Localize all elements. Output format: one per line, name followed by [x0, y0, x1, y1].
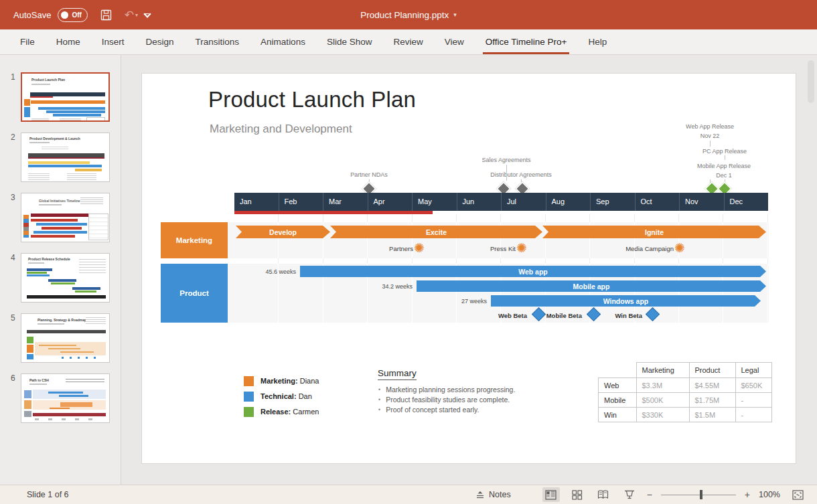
burst-icon-media-campaign[interactable]: ✺ — [674, 242, 685, 254]
table-row-label: Web — [599, 378, 637, 393]
save-icon — [100, 9, 113, 21]
notes-label: Notes — [489, 490, 511, 499]
customize-quick-access-button[interactable] — [145, 13, 150, 17]
tab-review[interactable]: Review — [382, 29, 433, 54]
tab-office-timeline-pro[interactable]: Office Timeline Pro+ — [475, 29, 578, 54]
task-bar-mobile-app[interactable]: Mobile app — [417, 280, 766, 292]
summary-heading[interactable]: Summary — [378, 368, 417, 380]
month-cell: Oct — [635, 193, 680, 211]
autosave-state: Off — [72, 11, 81, 19]
reading-view-button[interactable] — [595, 487, 612, 502]
slide-thumbnail-4[interactable]: Product Release Schedule — [21, 253, 110, 303]
slide-thumbnail-panel: 1 Product Launch Plan 2 Product Developm… — [0, 55, 121, 485]
tab-animations[interactable]: Animations — [250, 29, 316, 54]
burst-icon-partners[interactable]: ✺ — [414, 242, 425, 254]
milestone-connector — [506, 165, 507, 181]
legend-name: Carmen — [293, 408, 319, 416]
table-header-product: Product — [689, 363, 735, 378]
slide-canvas[interactable]: Product Launch Plan Marketing and Develo… — [142, 74, 796, 463]
table-cell: $650K — [735, 378, 771, 393]
month-cell: Sep — [590, 193, 635, 211]
duration-web-app: 45.6 weeks — [249, 268, 296, 275]
zoom-out-button[interactable]: − — [647, 489, 652, 500]
legend-name: Dan — [299, 392, 312, 400]
thumbnail-number: 6 — [11, 373, 15, 383]
thumbnail-number: 2 — [11, 133, 15, 142]
notes-button[interactable]: Notes — [475, 490, 511, 499]
milestone-label-web-beta: Web Beta — [480, 312, 527, 319]
bullet-icon: • — [378, 406, 380, 414]
phase-arrow-ignite[interactable]: Ignite — [542, 226, 766, 238]
slide-thumbnail-6[interactable]: Path to CSH — [21, 373, 110, 423]
slide-thumbnail-5[interactable]: Planning, Strategy & Roadmap — [21, 313, 110, 363]
legend-swatch-marketing — [244, 376, 254, 386]
tab-home[interactable]: Home — [46, 29, 91, 54]
reading-view-icon — [597, 490, 609, 499]
slide-show-button[interactable] — [621, 487, 638, 502]
milestone-label-press-kit: Press Kit — [443, 245, 516, 252]
milestone-label-partner-ndas: Partner NDAs — [350, 171, 388, 178]
thumbnail-title: Product Development & Launch — [29, 137, 80, 141]
document-title-menu[interactable]: Product Planning.pptx ▾ — [360, 0, 457, 29]
table-row: Win $330K $1.5M - — [599, 408, 772, 422]
milestone-connector — [710, 141, 711, 147]
table-row: Web $3.3M $4.55M $650K — [599, 378, 772, 393]
table-corner-cell — [599, 363, 637, 378]
quick-access-toolbar: AutoSave Off ↶ ▾ — [13, 0, 150, 29]
product-lane-label[interactable]: Product — [161, 264, 228, 323]
slide-thumbnail-1[interactable]: Product Launch Plan — [21, 72, 110, 122]
slide-thumbnail-3[interactable]: Global Initiatives Timeline — [21, 193, 110, 242]
vertical-scrollbar[interactable] — [808, 60, 814, 103]
tab-file[interactable]: File — [9, 29, 46, 54]
legend-role: Technical: — [261, 392, 297, 400]
table-row-label: Mobile — [599, 393, 637, 408]
task-bar-windows-app[interactable]: Windows app — [491, 295, 761, 307]
slide-sorter-view-button[interactable] — [569, 487, 586, 502]
title-dropdown-icon: ▾ — [453, 11, 457, 18]
normal-view-icon — [545, 490, 556, 500]
powerpoint-window: AutoSave Off ↶ ▾ Product P — [0, 0, 817, 504]
save-button[interactable] — [100, 9, 113, 21]
slide-show-icon — [624, 490, 635, 499]
milestone-connector — [725, 155, 725, 160]
phase-arrow-excite[interactable]: Excite — [330, 226, 542, 238]
zoom-level[interactable]: 100% — [759, 490, 780, 499]
legend-item-technical: Technical: Dan — [261, 392, 312, 400]
slide-thumbnail-2[interactable]: Product Development & Launch — [21, 133, 110, 182]
milestone-label-partners: Partners — [343, 245, 413, 252]
tab-slide-show[interactable]: Slide Show — [316, 29, 383, 54]
task-bar-web-app[interactable]: Web app — [300, 266, 766, 277]
tab-view[interactable]: View — [434, 29, 475, 54]
title-bar: AutoSave Off ↶ ▾ Product P — [0, 0, 817, 29]
zoom-slider[interactable] — [661, 495, 736, 495]
thumbnail-title: Path to CSH — [29, 378, 49, 382]
phase-arrow-develop[interactable]: Develop — [236, 226, 330, 238]
zoom-slider-handle[interactable] — [700, 490, 702, 499]
budget-table[interactable]: Marketing Product Legal Web $3.3M $4.55M… — [598, 362, 772, 422]
burst-icon-press-kit[interactable]: ✺ — [516, 242, 527, 254]
undo-button[interactable]: ↶ ▾ — [125, 8, 138, 22]
timeline-month-band[interactable]: Jan Feb Mar Apr May Jun Jul Aug Sep Oct … — [234, 193, 768, 211]
notes-icon — [475, 491, 485, 499]
table-header-marketing: Marketing — [636, 363, 689, 378]
slide-title[interactable]: Product Launch Plan — [208, 87, 416, 112]
status-bar-right: Notes — [475, 485, 806, 504]
thumbnail-title: Global Initiatives Timeline — [39, 199, 80, 203]
tab-design[interactable]: Design — [135, 29, 185, 54]
slide-subtitle[interactable]: Marketing and Development — [210, 122, 352, 136]
normal-view-button[interactable] — [542, 487, 560, 502]
zoom-in-button[interactable]: + — [745, 489, 750, 500]
fit-slide-button[interactable] — [789, 487, 806, 502]
month-cell: Jan — [234, 193, 279, 211]
tab-insert[interactable]: Insert — [91, 29, 135, 54]
marketing-lane-label[interactable]: Marketing — [161, 222, 228, 258]
month-cell: Jun — [457, 193, 502, 211]
autosave-toggle[interactable]: Off — [58, 8, 87, 22]
bullet-icon: • — [378, 396, 380, 404]
thumbnail-number: 3 — [11, 193, 15, 202]
tab-help[interactable]: Help — [577, 29, 617, 54]
table-cell: $4.55M — [689, 378, 735, 393]
tab-transitions[interactable]: Transitions — [185, 29, 250, 54]
legend-item-marketing: Marketing: Diana — [261, 377, 319, 385]
slide-indicator: Slide 1 of 6 — [27, 485, 69, 504]
